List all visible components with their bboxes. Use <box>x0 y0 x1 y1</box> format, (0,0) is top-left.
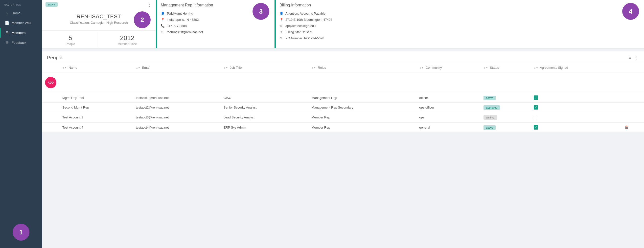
row-roles: Management Rep <box>309 93 416 102</box>
sidebar-item-label: Member Wiki <box>12 21 31 25</box>
sort-arrows-email: ▲▼ <box>136 67 140 69</box>
row-actions: 🗑 <box>622 123 644 132</box>
th-status[interactable]: ▲▼ Status <box>480 63 531 72</box>
filter-icon[interactable]: ≡ <box>628 55 631 60</box>
location-icon-billing: 📍 <box>280 18 284 22</box>
billing-address-item: 📍 2719 E 10th Bloomington, 47408 <box>280 16 640 23</box>
sidebar-item-feedback[interactable]: ✉ Feedback <box>0 38 42 48</box>
row-email: testacct4@ren-isac.net <box>133 123 220 132</box>
mgmt-address: Indianapolis, IN 46202 <box>167 18 198 22</box>
feedback-icon: ✉ <box>5 40 9 45</box>
checkbox-unchecked[interactable] <box>534 115 538 119</box>
card-status-bar: active ⋮ <box>42 0 156 9</box>
people-label: People <box>42 42 99 46</box>
row-add-col <box>42 93 59 102</box>
sidebar-item-member-wiki[interactable]: 📄 Member Wiki <box>0 18 42 28</box>
row-actions <box>622 93 644 102</box>
members-icon: ⊞ <box>5 30 9 35</box>
info-cards-row: active ⋮ REN-ISAC_TEST Classification: C… <box>42 0 644 48</box>
people-title: People <box>47 55 62 60</box>
member-main: REN-ISAC_TEST Classification: Carnegie -… <box>42 9 156 27</box>
row-status: approved <box>480 102 531 112</box>
mgmt-email-item: ✉ therring+tst@ren-isac.net <box>161 29 270 35</box>
main-content: active ⋮ REN-ISAC_TEST Classification: C… <box>42 0 644 248</box>
th-email[interactable]: ▲▼ Email <box>133 63 220 72</box>
th-community[interactable]: ▲▼ Community <box>416 63 480 72</box>
row-roles: Management Rep Secondary <box>309 102 416 112</box>
teal-accent-billing <box>274 0 276 48</box>
billing-email: ap@statecollege.edu <box>286 24 316 28</box>
row-email: testacct2@ren-isac.net <box>133 102 220 112</box>
row-name: Mgmt Rep Test <box>59 93 133 102</box>
row-status: active <box>480 123 531 132</box>
add-person-button[interactable]: ADD <box>45 77 56 88</box>
billing-status: Billing Status: Sent <box>286 30 312 34</box>
mgmt-badge: 3 <box>252 3 269 20</box>
row-status: waiting <box>480 112 531 123</box>
member-stats: 5 People 2012 Member Since <box>42 30 156 48</box>
billing-po-item: ⊙ PO Number: PO1234-5678 <box>280 35 640 41</box>
row-job-title: Lead Security Analyst <box>220 112 309 123</box>
row-name: Test Account 4 <box>59 123 133 132</box>
mgmt-phone: 317-777-8888 <box>167 24 187 28</box>
row-job-title: ERP Sys Admin <box>220 123 309 132</box>
row-agreement: ✓ <box>531 123 622 132</box>
sidebar-item-home[interactable]: ⌂ Home <box>0 8 42 18</box>
row-actions <box>622 112 644 123</box>
row-add-col <box>42 102 59 112</box>
location-icon: 📍 <box>161 18 165 22</box>
checkbox-checked[interactable]: ✓ <box>534 125 538 130</box>
mgmt-phone-item: 📞 317-777-8888 <box>161 23 270 29</box>
wiki-icon: 📄 <box>5 20 9 25</box>
checkbox-checked[interactable]: ✓ <box>534 96 538 100</box>
row-actions <box>622 102 644 112</box>
sidebar-item-label: Members <box>12 31 26 34</box>
member-badge: 2 <box>134 11 150 28</box>
more-icon[interactable]: ⋮ <box>634 55 639 60</box>
add-row: ADD <box>42 72 644 93</box>
people-count: 5 <box>42 34 99 42</box>
since-label: Member Since <box>99 42 156 46</box>
billing-badge: 4 <box>622 3 639 20</box>
people-table: ▲▼ Name ▲▼ Email ▲▼ Job Title ▲▼ Roles <box>42 63 644 132</box>
billing-address: 2719 E 10th Bloomington, 47408 <box>286 18 332 22</box>
sidebar-item-label: Home <box>12 11 20 15</box>
add-cell: ADD <box>42 72 59 93</box>
row-add-col <box>42 123 59 132</box>
row-agreement: ✓ <box>531 102 622 112</box>
th-job-title[interactable]: ▲▼ Job Title <box>220 63 309 72</box>
row-job-title: CISO <box>220 93 309 102</box>
billing-info-list: 👤 Attention: Accounts Payable 📍 2719 E 1… <box>274 10 644 45</box>
mgmt-name: ToddMgmt Herring <box>167 12 193 15</box>
row-job-title: Senior Security Analyst <box>220 102 309 112</box>
th-add <box>42 63 59 72</box>
home-icon: ⌂ <box>5 11 9 15</box>
teal-accent <box>156 0 157 48</box>
management-rep-card: Management Rep Information 3 👤 ToddMgmt … <box>156 0 274 48</box>
sidebar-item-members[interactable]: ⊞ Members <box>0 28 42 38</box>
billing-status-item: ⊙ Billing Status: Sent <box>280 29 640 35</box>
email-icon-billing: ✉ <box>280 24 284 28</box>
billing-attention-item: 👤 Attention: Accounts Payable <box>280 10 640 16</box>
checkbox-checked[interactable]: ✓ <box>534 105 538 110</box>
th-name[interactable]: ▲▼ Name <box>59 63 133 72</box>
nav-label: NAVIGATION <box>0 0 42 8</box>
delete-icon[interactable]: 🗑 <box>625 125 629 129</box>
person-icon: 👤 <box>161 12 165 15</box>
th-roles[interactable]: ▲▼ Roles <box>309 63 416 72</box>
stat-people: 5 People <box>42 31 99 48</box>
status-badge-cell: approved <box>484 105 500 110</box>
member-name: REN-ISAC_TEST <box>76 13 121 20</box>
th-agreements[interactable]: ▲▼ Agreements Signed <box>531 63 622 72</box>
sidebar: NAVIGATION ⌂ Home 📄 Member Wiki ⊞ Member… <box>0 0 42 248</box>
dots-menu[interactable]: ⋮ <box>147 2 152 8</box>
since-year: 2012 <box>99 34 156 42</box>
table-row: Mgmt Rep Test testacct1@ren-isac.net CIS… <box>42 93 644 102</box>
status-icon-billing: ⊙ <box>280 30 284 34</box>
add-spacer <box>59 72 644 93</box>
row-roles: Member Rep <box>309 112 416 123</box>
stat-since: 2012 Member Since <box>99 31 156 48</box>
row-add-col <box>42 112 59 123</box>
mgmt-address-item: 📍 Indianapolis, IN 46202 <box>161 16 270 23</box>
row-community: general <box>416 123 480 132</box>
